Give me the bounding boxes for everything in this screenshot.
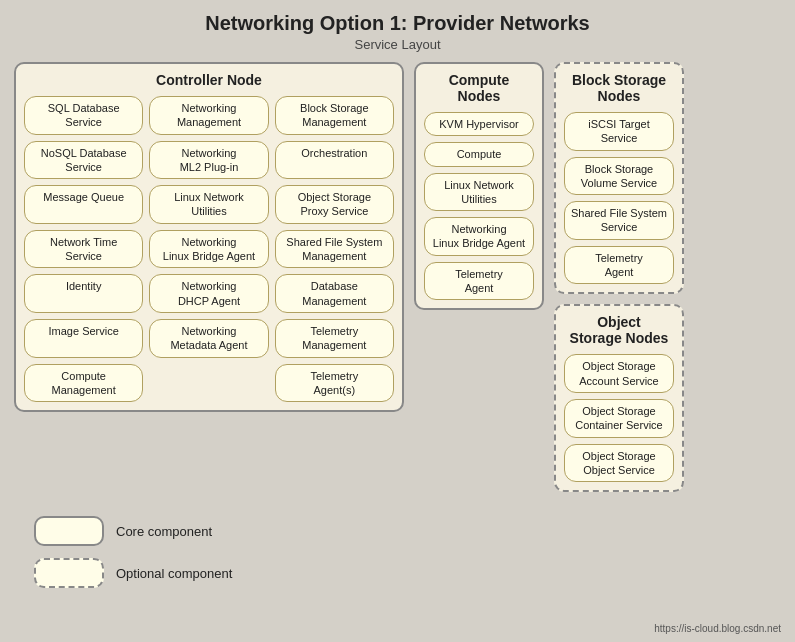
compute-box-2: Linux NetworkUtilities [424, 173, 534, 212]
compute-col: KVM HypervisorComputeLinux NetworkUtilit… [424, 112, 534, 300]
watermark: https://is-cloud.blog.csdn.net [654, 623, 781, 634]
controller-box-11: Shared File SystemManagement [275, 230, 394, 269]
object-storage-box-2: Object StorageObject Service [564, 444, 674, 483]
controller-box-2: Block StorageManagement [275, 96, 394, 135]
controller-box-16: NetworkingMetadata Agent [149, 319, 268, 358]
controller-box-12: Identity [24, 274, 143, 313]
object-storage-section: ObjectStorage Nodes Object StorageAccoun… [554, 304, 684, 492]
legend-core-label: Core component [116, 524, 212, 539]
legend-core-box [34, 516, 104, 546]
compute-box-0: KVM Hypervisor [424, 112, 534, 136]
page: Networking Option 1: Provider Networks S… [0, 0, 795, 642]
object-storage-box-1: Object StorageContainer Service [564, 399, 674, 438]
legend: Core component Optional component [34, 516, 232, 588]
controller-box-17: TelemetryManagement [275, 319, 394, 358]
controller-box-5: Orchestration [275, 141, 394, 180]
legend-optional-label: Optional component [116, 566, 232, 581]
controller-box-14: DatabaseManagement [275, 274, 394, 313]
block-storage-box-3: TelemetryAgent [564, 246, 674, 285]
controller-box-6: Message Queue [24, 185, 143, 224]
compute-nodes-section: ComputeNodes KVM HypervisorComputeLinux … [414, 62, 544, 310]
controller-box-4: NetworkingML2 Plug-in [149, 141, 268, 180]
controller-box-10: NetworkingLinux Bridge Agent [149, 230, 268, 269]
object-storage-title: ObjectStorage Nodes [564, 314, 674, 346]
compute-box-1: Compute [424, 142, 534, 166]
os-col: Object StorageAccount ServiceObject Stor… [564, 354, 674, 482]
right-col: Block StorageNodes iSCSI TargetServiceBl… [554, 62, 781, 492]
block-storage-box-2: Shared File SystemService [564, 201, 674, 240]
controller-box-7: Linux NetworkUtilities [149, 185, 268, 224]
legend-core: Core component [34, 516, 232, 546]
block-storage-box-1: Block StorageVolume Service [564, 157, 674, 196]
compute-box-3: NetworkingLinux Bridge Agent [424, 217, 534, 256]
controller-box-18: ComputeManagement [24, 364, 143, 403]
block-storage-box-0: iSCSI TargetService [564, 112, 674, 151]
controller-node-title: Controller Node [24, 72, 394, 88]
controller-box-1: NetworkingManagement [149, 96, 268, 135]
legend-optional-box [34, 558, 104, 588]
controller-box-0: SQL DatabaseService [24, 96, 143, 135]
controller-box-8: Object StorageProxy Service [275, 185, 394, 224]
controller-box-3: NoSQL DatabaseService [24, 141, 143, 180]
compute-box-4: TelemetryAgent [424, 262, 534, 301]
diagram: Controller Node SQL DatabaseServiceNetwo… [14, 62, 781, 492]
page-subtitle: Service Layout [14, 37, 781, 52]
bottom-row: Core component Optional component [14, 502, 781, 588]
controller-box-20: TelemetryAgent(s) [275, 364, 394, 403]
controller-box-15: Image Service [24, 319, 143, 358]
page-title: Networking Option 1: Provider Networks [14, 12, 781, 35]
controller-grid: SQL DatabaseServiceNetworkingManagementB… [24, 96, 394, 402]
controller-box-9: Network TimeService [24, 230, 143, 269]
compute-nodes-title: ComputeNodes [424, 72, 534, 104]
object-storage-box-0: Object StorageAccount Service [564, 354, 674, 393]
legend-optional: Optional component [34, 558, 232, 588]
block-storage-section: Block StorageNodes iSCSI TargetServiceBl… [554, 62, 684, 294]
controller-node-section: Controller Node SQL DatabaseServiceNetwo… [14, 62, 404, 412]
controller-box-13: NetworkingDHCP Agent [149, 274, 268, 313]
bs-col: iSCSI TargetServiceBlock StorageVolume S… [564, 112, 674, 284]
block-storage-title: Block StorageNodes [564, 72, 674, 104]
